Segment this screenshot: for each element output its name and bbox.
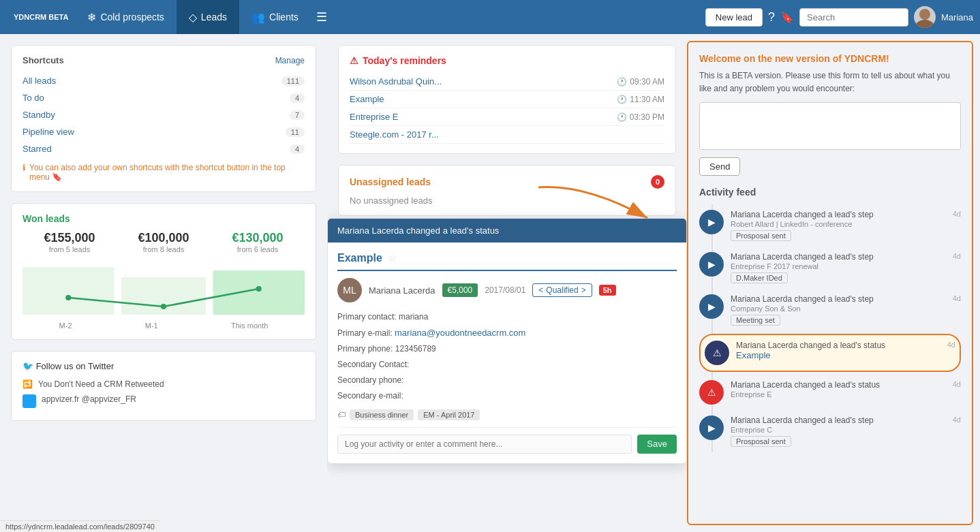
shortcuts-card: Shortcuts Manage All leads 111 To do 4 S… (11, 45, 316, 192)
activity-list: ▶ Mariana Lacerda changed a lead's step … (699, 204, 961, 452)
primary-email-link[interactable]: mariana@youdontneedacrm.com (395, 328, 525, 338)
welcome-text: This is a BETA version. Please use this … (699, 69, 961, 95)
main-layout: Shortcuts Manage All leads 111 To do 4 S… (0, 34, 980, 532)
lead-fields: Primary contact: mariana Primary e-mail:… (337, 309, 677, 404)
activity-action-3: Mariana Lacerda changed a lead's step (731, 294, 946, 304)
activity-icon-4: ⚠ (705, 341, 729, 365)
nav-right: New lead ? 🔖 Mariana (705, 6, 973, 28)
shortcut-note-text: You can also add your own shortcuts with… (29, 163, 305, 182)
reminder-time-2: 🕐 11:30 AM (617, 95, 664, 104)
user-name[interactable]: Mariana (941, 12, 973, 22)
shortcut-badge-all-leads: 111 (281, 76, 305, 86)
shortcut-link-starred[interactable]: Starred (22, 144, 52, 154)
svg-rect-4 (213, 270, 305, 315)
won-sub-m2: from 5 leads (44, 245, 95, 253)
activity-item-3: ▶ Mariana Lacerda changed a lead's step … (699, 289, 961, 331)
activity-item-6: ▶ Mariana Lacerda changed a lead's step … (699, 410, 961, 452)
manage-link[interactable]: Manage (275, 56, 305, 65)
brand: YDNCRM BETA (7, 13, 75, 21)
tag-em-april: EM - April 2017 (418, 409, 480, 420)
field-secondary-contact: Secondary Contact: (337, 357, 677, 373)
activity-badge-6: Prosposal sent (731, 436, 791, 447)
statusbar: https://ydncrm.leadalead.com/leads/28097… (0, 520, 160, 532)
activity-sub-5: Entreprise E (731, 390, 946, 398)
activity-time-2: 4d (953, 252, 961, 283)
activity-badge-1: Prosposal sent (731, 230, 791, 241)
shortcuts-header: Shortcuts Manage (22, 55, 305, 65)
activity-icon-6: ▶ (699, 416, 724, 440)
lead-status: < Qualified > (532, 283, 592, 297)
shortcut-to-do: To do 4 (22, 89, 305, 106)
chart-label-this-month: This month (231, 322, 268, 330)
clock-icon-3: 🕐 (617, 112, 627, 122)
reminder-link-2[interactable]: Example (350, 94, 384, 104)
reminder-link-3[interactable]: Entreprise E (350, 112, 399, 122)
won-amounts: €155,000 from 5 leads €100,000 from 8 le… (22, 231, 305, 253)
clock-icon-1: 🕐 (617, 77, 627, 87)
tweet-item-2: appvizer.fr @appvizer_FR (22, 392, 305, 411)
activity-sub-link-4[interactable]: Example (736, 350, 771, 360)
reminders-title: ⚠ Today's reminders (350, 55, 664, 66)
lead-comment-row: Save (337, 427, 677, 454)
avatar (914, 6, 936, 28)
reminder-time-3: 🕐 03:30 PM (617, 112, 664, 122)
nav-tab-leads[interactable]: ◇ Leads (177, 0, 239, 34)
unassigned-badge: 0 (651, 175, 664, 189)
won-leads-card: Won leads €155,000 from 5 leads €100,000… (11, 203, 316, 340)
alert-icon: ⚠ (350, 55, 358, 66)
won-col-m2: €155,000 from 5 leads (44, 231, 95, 253)
comment-input[interactable] (337, 435, 632, 454)
activity-time-1: 4d (953, 210, 961, 241)
twitter-icon: 🐦 (22, 361, 33, 371)
lead-star[interactable]: ☆ (388, 253, 397, 264)
activity-time-5: 4d (953, 380, 961, 405)
nav-tab-cold-prospects[interactable]: ❄ Cold prospects (75, 0, 176, 34)
save-button[interactable]: Save (637, 435, 677, 454)
welcome-section: Welcome on the new version of YDNCRM! Th… (699, 53, 961, 176)
activity-feed-section: Activity feed ▶ Mariana Lacerda changed … (699, 187, 961, 452)
won-amount-m1: €100,000 (138, 231, 189, 245)
activity-icon-1: ▶ (699, 210, 724, 234)
unassigned-empty: No unassigned leads (350, 195, 664, 206)
unassigned-card: Unassigned leads 0 No unassigned leads (338, 165, 676, 216)
bookmark-icon[interactable]: 🔖 (780, 11, 794, 24)
new-lead-button[interactable]: New lead (705, 8, 763, 27)
reminder-link-4[interactable]: Steegle.com - 2017 r... (350, 129, 439, 140)
shortcut-link-standby[interactable]: Standby (22, 110, 55, 120)
tweet-item-1: 🔁 You Don't Need a CRM Retweeted (22, 377, 305, 392)
svg-point-7 (256, 286, 262, 292)
shortcut-link-pipeline-view[interactable]: Pipeline view (22, 127, 74, 137)
activity-badge-3: Meeting set (731, 315, 780, 326)
svg-point-0 (919, 9, 930, 20)
won-col-this-month: €130,000 from 6 leads (232, 231, 283, 253)
won-sub-this-month: from 6 leads (232, 245, 283, 253)
svg-point-5 (65, 295, 71, 300)
search-input[interactable] (799, 8, 908, 27)
won-amount-m2: €155,000 (44, 231, 95, 245)
activity-feed-title: Activity feed (699, 187, 961, 198)
help-icon[interactable]: ? (768, 10, 775, 25)
activity-time-3: 4d (953, 294, 961, 326)
hamburger-menu[interactable]: ☰ (311, 10, 333, 25)
left-panel: Shortcuts Manage All leads 111 To do 4 S… (0, 34, 327, 532)
reminder-item-4: Steegle.com - 2017 r... (350, 126, 664, 144)
activity-icon-3: ▶ (699, 294, 724, 319)
activity-sub-3: Company Son & Son (731, 304, 946, 313)
reminder-link-1[interactable]: Wilson Asdrubal Quin... (350, 76, 442, 87)
lead-popup: Mariana Lacerda changed a lead's status … (327, 218, 687, 464)
activity-action-5: Mariana Lacerda changed a lead's status (731, 380, 946, 390)
shortcut-link-to-do[interactable]: To do (22, 93, 44, 103)
send-button[interactable]: Send (699, 157, 740, 176)
activity-time-6: 4d (953, 416, 961, 447)
chart-labels: M-2 M-1 This month (22, 322, 305, 330)
feedback-textarea[interactable] (699, 102, 961, 150)
shortcut-link-all-leads[interactable]: All leads (22, 76, 56, 86)
nav-tab-clients[interactable]: 👥 Clients (239, 0, 311, 34)
activity-icon-5: ⚠ (699, 380, 724, 405)
won-sub-m1: from 8 leads (138, 245, 189, 253)
tag-icon: 🏷 (337, 410, 346, 420)
activity-item-2: ▶ Mariana Lacerda changed a lead's step … (699, 247, 961, 289)
unassigned-label: Unassigned leads (350, 176, 431, 187)
shortcut-starred: Starred 4 (22, 140, 305, 157)
lead-name[interactable]: Example (337, 252, 382, 264)
